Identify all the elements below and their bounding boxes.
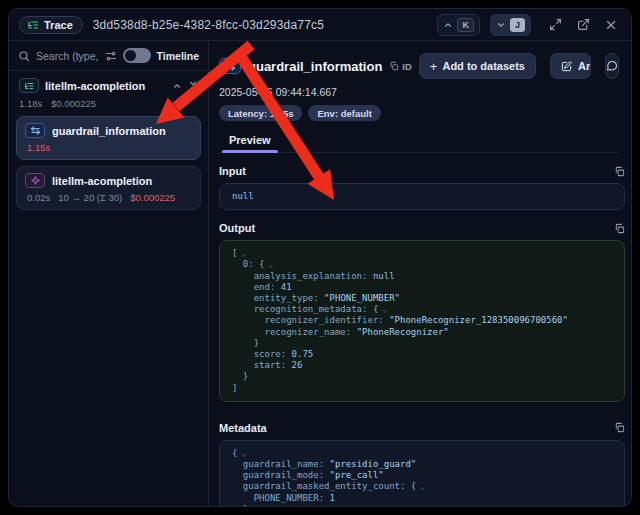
item-latency: 0.02s	[27, 192, 50, 203]
prev-observation-button[interactable]: K	[437, 14, 480, 36]
trace-id: 3dd538d8-b25e-4382-8fcc-03d293da77c5	[93, 18, 428, 32]
json-token: score:	[232, 349, 286, 359]
open-external-icon[interactable]	[573, 15, 593, 35]
tree-item-label: guardrail_information	[52, 125, 192, 137]
chevron-up-icon	[443, 20, 453, 30]
search-icon	[18, 50, 30, 62]
annotate-label: Annotate	[578, 60, 591, 72]
json-token: entity_type:	[232, 293, 319, 303]
input-section-title: Input	[219, 165, 246, 177]
json-token: {	[232, 448, 237, 458]
plus-icon: +	[430, 60, 438, 73]
chevron-down-icon	[496, 20, 506, 30]
copy-metadata-icon[interactable]	[614, 422, 625, 433]
observation-timestamp: 2025-05-16 09:44:14.667	[219, 86, 619, 98]
json-token: ]	[232, 383, 237, 393]
search-input[interactable]: Search (type, titl	[36, 50, 99, 62]
output-json-view: [⌄ 0: {⌄ analysis_explanation: null end:…	[219, 240, 625, 402]
tree-root-label: litellm-acompletion	[45, 80, 166, 92]
copy-output-icon[interactable]	[614, 223, 625, 234]
trace-type-badge: Trace	[19, 16, 83, 34]
json-token: "presidio_guard"	[324, 459, 416, 469]
annotate-pencil-icon	[561, 61, 572, 72]
latency-badge: Latency: 1.15s	[219, 105, 302, 121]
tree-item-litellm-acompletion[interactable]: litellm-acompletion 0.02s 10 → 20 (Σ 30)…	[16, 166, 201, 210]
observation-tree: litellm-acompletion 1.18s $0.000225	[9, 71, 208, 215]
collapse-all-icon[interactable]	[188, 81, 198, 91]
comments-button[interactable]	[605, 53, 619, 79]
json-token: recognizer_identifier:	[232, 315, 384, 325]
annotate-button-group: Annotate	[550, 53, 591, 79]
json-token: null	[232, 191, 254, 201]
json-token: {	[405, 481, 416, 491]
kbd-shortcut-k: K	[457, 18, 474, 32]
metadata-section-title: Metadata	[219, 422, 267, 434]
copy-id-button[interactable]: ID	[389, 61, 412, 72]
json-token: "pre_call"	[324, 470, 384, 480]
arrows-left-right-icon	[219, 58, 241, 74]
root-cost: $0.000225	[51, 98, 96, 109]
annotate-button[interactable]: Annotate	[551, 54, 591, 78]
collapse-caret-icon[interactable]: ⌄	[241, 249, 246, 258]
id-label: ID	[402, 61, 412, 72]
json-token: 0:	[232, 259, 254, 269]
json-token: recognition_metadata:	[232, 304, 367, 314]
trace-detail-window: Trace 3dd538d8-b25e-4382-8fcc-03d293da77…	[8, 8, 632, 507]
copy-input-icon[interactable]	[614, 166, 625, 177]
trace-node-icon	[19, 78, 39, 93]
collapse-caret-icon[interactable]: ⌄	[241, 449, 246, 458]
copy-icon	[389, 61, 399, 71]
list-tree-icon	[27, 19, 39, 31]
toggle-knob	[125, 50, 136, 61]
tab-bar: Preview	[219, 130, 619, 153]
json-token: null	[367, 271, 394, 281]
timeline-toggle[interactable]	[123, 48, 151, 63]
collapse-caret-icon[interactable]: ⌄	[269, 260, 274, 269]
collapse-caret-icon[interactable]: ⌄	[382, 305, 387, 314]
tab-preview[interactable]: Preview	[219, 130, 281, 152]
sparkle-icon	[25, 173, 45, 188]
trace-tree-sidebar: Search (type, titl Timeline	[9, 41, 209, 506]
input-json-view: null	[219, 183, 625, 210]
json-token: 0.75	[286, 349, 313, 359]
tree-item-guardrail-information[interactable]: guardrail_information 1.15s	[16, 116, 201, 160]
io-content: Input null Output [⌄ 0: {⌄ analysis_expl…	[209, 153, 631, 506]
timeline-toggle-label: Timeline	[157, 50, 199, 62]
collapse-caret-icon[interactable]: ⌄	[420, 482, 425, 491]
json-token: "PhoneRecognizer_128350096700560"	[384, 315, 568, 325]
json-token: {	[254, 259, 265, 269]
kbd-shortcut-j: J	[510, 18, 525, 32]
top-bar: Trace 3dd538d8-b25e-4382-8fcc-03d293da77…	[9, 9, 631, 41]
item-tokens: 10 → 20 (Σ 30)	[58, 192, 122, 203]
json-token: analysis_explanation:	[232, 271, 367, 281]
json-token: 41	[275, 282, 291, 292]
expand-icon[interactable]	[545, 15, 565, 35]
json-token: end:	[232, 282, 275, 292]
item-cost: $0.000225	[130, 192, 175, 203]
json-token: "PhoneRecognizer"	[351, 327, 449, 337]
json-token: 1	[324, 493, 335, 503]
add-to-datasets-button[interactable]: + Add to datasets	[419, 53, 536, 79]
json-token: }	[232, 338, 259, 348]
json-token: guardrail_mode:	[232, 470, 324, 480]
tree-root-row[interactable]: litellm-acompletion	[16, 76, 201, 95]
json-token: start:	[232, 360, 286, 370]
output-section-title: Output	[219, 222, 255, 234]
json-token: recognizer_name:	[232, 327, 351, 337]
json-token: guardrail_name:	[232, 459, 324, 469]
json-token: "PHONE_NUMBER"	[319, 293, 400, 303]
next-observation-button[interactable]: J	[490, 14, 531, 36]
root-latency: 1.18s	[19, 98, 42, 109]
tree-root-stats: 1.18s $0.000225	[16, 95, 201, 110]
json-token: }	[232, 504, 248, 506]
collapse-node-icon[interactable]	[172, 81, 182, 91]
metadata-json-view: {⌄ guardrail_name: "presidio_guard" guar…	[219, 440, 625, 506]
item-latency: 1.15s	[27, 142, 50, 153]
json-token: guardrail_masked_entity_count:	[232, 481, 405, 491]
close-icon[interactable]	[601, 15, 621, 35]
arrows-left-right-icon	[25, 123, 45, 138]
filter-sliders-icon[interactable]	[105, 50, 117, 62]
env-badge: Env: default	[308, 105, 380, 121]
add-to-datasets-label: Add to datasets	[442, 60, 525, 72]
json-token: }	[232, 371, 248, 381]
